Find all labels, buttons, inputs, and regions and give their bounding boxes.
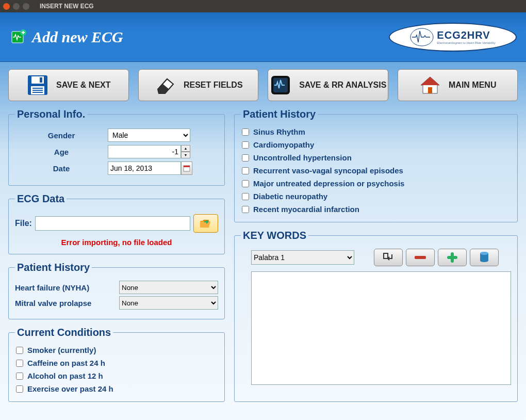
enter-icon (383, 252, 394, 263)
history-item: Diabetic neuropathy (242, 192, 510, 201)
cardiomyopathy-checkbox[interactable] (242, 141, 249, 149)
gender-label: Gender (15, 131, 108, 140)
calendar-icon (183, 165, 190, 172)
patient-history-right-group: Patient History Sinus Rhythm Cardiomyopa… (234, 108, 518, 222)
toolbar: SAVE & NEXT RESET FIELDS SAVE & RR ANALY… (8, 69, 518, 101)
age-input[interactable] (108, 145, 181, 158)
hypertension-checkbox[interactable] (242, 154, 249, 161)
ecg-add-icon (11, 29, 27, 45)
current-conditions-legend: Current Conditions (15, 327, 113, 338)
vasovagal-checkbox[interactable] (242, 167, 249, 174)
file-error-text: Error importing, no file loaded (15, 238, 218, 247)
svg-rect-18 (415, 256, 426, 259)
calendar-button[interactable] (181, 161, 192, 175)
minimize-icon[interactable] (13, 3, 20, 10)
sinus-label: Sinus Rhythm (253, 127, 305, 136)
rr-analysis-icon (269, 74, 292, 96)
age-spinner: ▲ ▼ (181, 145, 190, 158)
current-conditions-group: Current Conditions Smoker (currently) Ca… (8, 327, 225, 402)
close-icon[interactable] (3, 3, 10, 10)
content-area: SAVE & NEXT RESET FIELDS SAVE & RR ANALY… (0, 62, 526, 420)
patient-history-left-group: Patient History Heart failure (NYHA) Non… (8, 262, 225, 319)
caffeine-label: Caffeine on past 24 h (27, 359, 105, 367)
svg-rect-8 (32, 90, 43, 91)
gender-select[interactable]: Male (108, 128, 190, 142)
keyword-textarea[interactable] (251, 271, 511, 385)
floppy-icon (26, 74, 49, 96)
main-menu-button[interactable]: MAIN MENU (398, 69, 518, 101)
patient-history-left-legend: Patient History (15, 262, 92, 273)
file-label: File: (15, 219, 32, 228)
maximize-icon[interactable] (23, 3, 29, 10)
keyword-enter-button[interactable] (374, 249, 403, 266)
alcohol-label: Alcohol on past 12 h (27, 371, 103, 380)
svg-rect-9 (32, 92, 43, 93)
main-menu-label: MAIN MENU (449, 80, 496, 90)
smoker-label: Smoker (currently) (27, 346, 96, 354)
keywords-legend: KEY WORDS (241, 230, 308, 241)
keyword-add-button[interactable] (438, 249, 467, 266)
save-rr-label: SAVE & RR ANALYSIS (299, 80, 386, 90)
date-label: Date (15, 164, 108, 173)
vasovagal-label: Recurrent vaso-vagal syncopal episodes (253, 166, 403, 175)
mitral-label: Mitral valve prolapse (15, 299, 115, 308)
cardiomyopathy-label: Cardiomyopathy (253, 140, 314, 149)
svg-rect-17 (384, 253, 388, 259)
condition-item: Alcohol on past 12 h (16, 371, 217, 380)
heart-failure-select[interactable]: None (119, 281, 218, 294)
history-item: Recurrent vaso-vagal syncopal episodes (242, 166, 510, 175)
window-title: INSERT NEW ECG (40, 3, 94, 10)
exercise-checkbox[interactable] (16, 385, 23, 393)
database-icon (479, 251, 489, 264)
history-item: Cardiomyopathy (242, 140, 510, 149)
file-open-button[interactable] (193, 214, 218, 233)
app-header: Add new ECG ECG2HRV Electrocardiogram to… (0, 12, 526, 62)
window-titlebar: INSERT NEW ECG (0, 0, 526, 12)
condition-item: Smoker (currently) (16, 346, 217, 354)
reset-label: RESET FIELDS (184, 80, 243, 90)
date-input[interactable] (108, 161, 181, 175)
ecg-data-legend: ECG Data (15, 193, 67, 205)
ecg-data-group: ECG Data File: Error importing, no file … (8, 193, 225, 254)
hypertension-label: Uncontrolled hypertension (253, 153, 352, 162)
home-icon (419, 74, 441, 96)
condition-item: Caffeine on past 24 h (16, 359, 217, 367)
age-spin-up[interactable]: ▲ (181, 145, 190, 152)
mitral-select[interactable]: None (119, 296, 218, 310)
folder-open-icon (199, 218, 212, 229)
file-input[interactable] (35, 216, 190, 231)
svg-rect-7 (32, 88, 43, 89)
condition-item: Exercise over past 24 h (16, 384, 217, 393)
history-item: Recent myocardial infarction (242, 205, 510, 214)
svg-rect-5 (40, 77, 42, 83)
depression-label: Major untreated depression or psychosis (253, 179, 404, 188)
caffeine-checkbox[interactable] (16, 360, 23, 367)
heart-failure-label: Heart failure (NYHA) (15, 283, 115, 292)
save-rr-button[interactable]: SAVE & RR ANALYSIS (268, 69, 388, 101)
eraser-icon (154, 74, 176, 96)
keyword-remove-button[interactable] (406, 249, 435, 266)
exercise-label: Exercise over past 24 h (27, 384, 113, 393)
reset-fields-button[interactable]: RESET FIELDS (138, 69, 259, 101)
neuropathy-label: Diabetic neuropathy (253, 192, 327, 201)
logo-subtitle: Electrocardiogram to Heart Rate Variabil… (437, 41, 495, 44)
keyword-db-button[interactable] (470, 249, 499, 266)
age-label: Age (15, 148, 108, 156)
alcohol-checkbox[interactable] (16, 373, 23, 380)
ecg-wave-icon (410, 28, 434, 46)
neuropathy-checkbox[interactable] (242, 193, 249, 200)
plus-icon (446, 251, 458, 264)
infarction-checkbox[interactable] (242, 206, 249, 213)
patient-history-right-legend: Patient History (241, 108, 318, 120)
sinus-checkbox[interactable] (242, 128, 249, 136)
save-next-button[interactable]: SAVE & NEXT (8, 69, 129, 101)
depression-checkbox[interactable] (242, 180, 249, 187)
smoker-checkbox[interactable] (16, 347, 23, 354)
keyword-select[interactable]: Palabra 1 (251, 250, 354, 265)
svg-rect-20 (447, 256, 457, 259)
keywords-group: KEY WORDS Palabra 1 (234, 230, 518, 402)
app-logo: ECG2HRV Electrocardiogram to Heart Rate … (389, 23, 517, 52)
age-spin-down[interactable]: ▼ (181, 152, 190, 158)
logo-text: ECG2HRV (437, 29, 495, 41)
page-title: Add new ECG (32, 28, 123, 46)
